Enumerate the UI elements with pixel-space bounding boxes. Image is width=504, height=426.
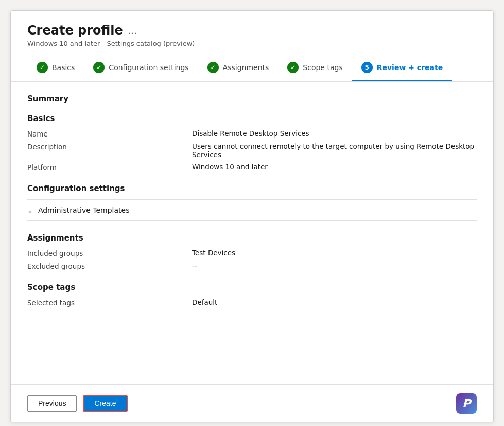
config-check-icon: ✓: [93, 62, 105, 73]
create-button[interactable]: Create: [83, 395, 127, 412]
basics-platform-row: Platform Windows 10 and later: [27, 163, 477, 172]
tab-scope-tags[interactable]: ✓ Scope tags: [278, 62, 352, 81]
config-settings-section: Configuration settings ⌄ Administrative …: [27, 184, 477, 221]
basics-section: Basics Name Disable Remote Desktop Servi…: [27, 114, 477, 172]
selected-tags-label: Selected tags: [27, 298, 192, 307]
page-footer: Previous Create P: [11, 384, 493, 422]
ellipsis-menu[interactable]: ...: [128, 25, 137, 36]
tab-basics-label: Basics: [52, 63, 75, 72]
accordion-chevron-icon: ⌄: [27, 207, 33, 214]
tab-review-create[interactable]: 5 Review + create: [352, 62, 452, 81]
excluded-groups-row: Excluded groups --: [27, 262, 477, 270]
review-step-number: 5: [361, 62, 373, 73]
config-settings-heading: Configuration settings: [27, 184, 477, 193]
scope-tags-heading: Scope tags: [27, 283, 477, 292]
basics-check-icon: ✓: [37, 62, 48, 73]
basics-description-row: Description Users cannot connect remotel…: [27, 142, 477, 159]
selected-tags-row: Selected tags Default: [27, 298, 477, 307]
footer-actions: Previous Create: [27, 395, 128, 412]
page-header: Create profile ... Windows 10 and later …: [11, 11, 493, 54]
wizard-tabs: ✓ Basics ✓ Configuration settings ✓ Assi…: [11, 54, 493, 82]
tab-scope-label: Scope tags: [303, 63, 342, 72]
scope-check-icon: ✓: [287, 62, 299, 73]
description-value: Users cannot connect remotely to the tar…: [192, 142, 477, 159]
platform-label: Platform: [27, 163, 192, 172]
assignments-heading: Assignments: [27, 233, 477, 243]
name-value: Disable Remote Desktop Services: [192, 129, 477, 138]
tab-config-label: Configuration settings: [109, 63, 188, 72]
excluded-groups-value: --: [192, 262, 477, 270]
platform-value: Windows 10 and later: [192, 163, 477, 171]
description-label: Description: [27, 142, 192, 151]
footer-logo-area: P: [456, 393, 477, 414]
basics-name-row: Name Disable Remote Desktop Services: [27, 129, 477, 138]
tab-configuration-settings[interactable]: ✓ Configuration settings: [84, 62, 198, 81]
tab-assignments[interactable]: ✓ Assignments: [198, 62, 279, 81]
page-subtitle: Windows 10 and later - Settings catalog …: [27, 40, 477, 47]
scope-tags-section: Scope tags Selected tags Default: [27, 283, 477, 307]
included-groups-label: Included groups: [27, 249, 192, 258]
selected-tags-value: Default: [192, 298, 477, 306]
assignments-section: Assignments Included groups Test Devices…: [27, 233, 477, 270]
tab-basics[interactable]: ✓ Basics: [27, 62, 84, 81]
included-groups-value: Test Devices: [192, 249, 477, 257]
pika-logo-icon: P: [456, 393, 477, 414]
page-title: Create profile: [27, 23, 123, 38]
previous-button[interactable]: Previous: [27, 395, 77, 412]
admin-templates-accordion[interactable]: ⌄ Administrative Templates: [27, 199, 477, 221]
page-content: Summary Basics Name Disable Remote Deskt…: [11, 82, 493, 384]
tab-assignments-label: Assignments: [223, 63, 269, 72]
assignments-check-icon: ✓: [207, 62, 219, 73]
summary-heading: Summary: [27, 94, 477, 104]
tab-review-label: Review + create: [377, 63, 443, 72]
main-window: Create profile ... Windows 10 and later …: [10, 10, 494, 422]
included-groups-row: Included groups Test Devices: [27, 249, 477, 258]
accordion-label: Administrative Templates: [38, 206, 130, 214]
basics-heading: Basics: [27, 114, 477, 123]
name-label: Name: [27, 129, 192, 138]
excluded-groups-label: Excluded groups: [27, 262, 192, 270]
